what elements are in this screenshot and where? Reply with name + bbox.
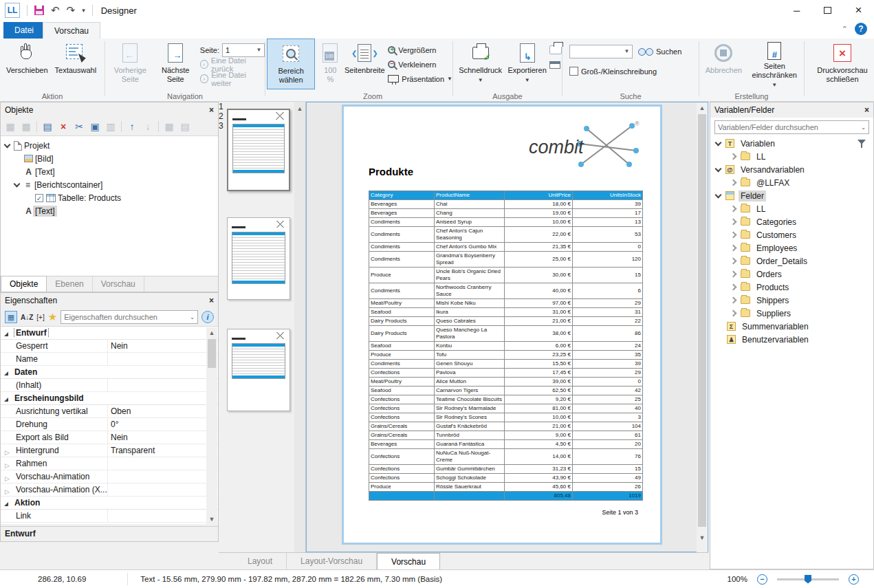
seiten-einschraenken-button[interactable]: # Seiten einschränken ▼	[745, 39, 804, 89]
var-tree-item-customers[interactable]: Customers	[710, 228, 873, 241]
close-icon[interactable]: ×	[209, 105, 214, 115]
chevron-down-icon[interactable]: ⌄	[858, 124, 868, 131]
chevron-right-icon[interactable]	[730, 153, 737, 160]
suchen-button[interactable]: Suchen	[638, 44, 681, 58]
property-row[interactable]: ▷Vorschau-Animation (X...	[1, 483, 218, 497]
chevron-down-icon[interactable]	[715, 165, 722, 172]
tab-vorschau[interactable]: Vorschau	[43, 22, 100, 39]
tree-item-bild[interactable]: [Bild]	[1, 152, 218, 165]
cut-icon[interactable]: ✂	[74, 121, 85, 132]
var-tree-item-benutzervariablen[interactable]: ♟Benutzervariablen	[710, 333, 873, 346]
insert-table-icon[interactable]: ▦	[5, 121, 16, 132]
property-row[interactable]: ▷Vorschau-Animation	[1, 470, 218, 483]
chevron-right-icon[interactable]	[730, 179, 737, 186]
abbrechen-button[interactable]: Abbrechen	[702, 39, 745, 89]
druckvorschau-schliessen-button[interactable]: × Druckvorschau schließen	[813, 39, 871, 89]
var-tree-item-categories[interactable]: Categories	[710, 215, 873, 228]
eigenschaften-search-combobox[interactable]: ⌄	[61, 310, 198, 324]
search-input[interactable]	[570, 47, 622, 56]
var-tree-item-shippers[interactable]: Shippers	[710, 294, 873, 307]
textauswahl-button[interactable]: Textauswahl	[52, 39, 100, 89]
var-tree-item-@llfax[interactable]: @LLFAX	[710, 176, 873, 189]
naechste-seite-button[interactable]: → Nächste Seite	[154, 39, 197, 89]
thumbnail-scrollbar[interactable]: ▲	[294, 102, 305, 552]
tree-item-text1[interactable]: A [Text]	[1, 165, 218, 178]
qat-dropdown-icon[interactable]: ▾	[82, 7, 85, 14]
tree-item-berichtscontainer[interactable]: ≡ [Berichtscontainer]	[1, 178, 218, 191]
case-sensitive-row[interactable]: Groß-/Kleinschreibung	[569, 64, 699, 78]
undo-icon[interactable]: ↶	[51, 4, 60, 17]
property-row[interactable]: Export als BildNein	[1, 431, 218, 444]
preview-scrollbar[interactable]: ▲ ▼	[697, 102, 708, 553]
tree-item-projekt[interactable]: Projekt	[1, 139, 218, 152]
view-tab-vorschau[interactable]: Vorschau	[377, 553, 440, 569]
panel-tab-vorschau[interactable]: Vorschau	[93, 276, 144, 292]
insert-report-icon[interactable]: ▦	[21, 121, 32, 132]
maximize-button[interactable]	[812, 0, 843, 21]
var-tree-item-employees[interactable]: Employees	[710, 241, 873, 254]
preview-canvas[interactable]: combit ® Produkte CategoryProductNameUni…	[306, 102, 708, 552]
vorherige-seite-button[interactable]: ← Vorherige Seite	[107, 39, 154, 89]
object-list-icon[interactable]: ▤	[42, 121, 53, 132]
seite-combobox[interactable]: 1▼	[222, 43, 265, 57]
chevron-down-icon[interactable]: ▼	[254, 47, 264, 53]
chevron-down-icon[interactable]	[4, 141, 11, 148]
page-thumbnail-1[interactable]	[227, 109, 290, 191]
var-tree-item-summenvariablen[interactable]: ΣSummenvariablen	[710, 320, 873, 333]
var-tree-item-ll[interactable]: LL	[710, 202, 873, 215]
tab-datei[interactable]: Datei	[3, 22, 45, 39]
chevron-down-icon[interactable]: ▼	[622, 48, 632, 54]
close-icon[interactable]: ×	[864, 105, 869, 115]
filter-icon[interactable]	[857, 140, 866, 148]
delete-icon[interactable]: ×	[58, 121, 69, 132]
view-tab-layout[interactable]: Layout	[234, 553, 287, 569]
variablen-search-combobox[interactable]: ⌄	[714, 120, 869, 134]
edit-list-icon[interactable]: ▤	[179, 121, 190, 132]
chevron-right-icon[interactable]	[730, 271, 737, 278]
page-thumbnail-2[interactable]	[227, 217, 290, 300]
tree-item-text2[interactable]: A [Text]	[1, 204, 218, 217]
collapse-ribbon-icon[interactable]: ⌃	[842, 25, 848, 34]
close-icon[interactable]: ×	[209, 296, 214, 305]
var-tree-item-orders[interactable]: Orders	[710, 268, 873, 281]
eigenschaften-scrollbar[interactable]: ▲ ▼	[206, 327, 217, 525]
var-tree-item-order_details[interactable]: Order_Details	[710, 254, 873, 268]
search-combobox[interactable]: ▼	[569, 45, 633, 58]
property-row[interactable]: GesperrtNein	[1, 340, 218, 353]
categorized-view-icon[interactable]: ▦	[5, 311, 17, 323]
panel-tab-ebenen[interactable]: Ebenen	[47, 276, 92, 292]
property-group-entwurf[interactable]: Entwurf	[1, 327, 218, 340]
property-group-erscheinungsbild[interactable]: Erscheinungsbild	[1, 392, 218, 405]
property-row[interactable]: (Inhalt)	[1, 379, 218, 392]
chevron-right-icon[interactable]	[730, 232, 737, 239]
sort-az-icon[interactable]: A↓Z	[21, 314, 33, 321]
case-checkbox[interactable]	[569, 67, 578, 76]
help-button[interactable]: ?	[855, 23, 867, 35]
chevron-right-icon[interactable]	[730, 258, 737, 265]
info-icon[interactable]: i	[201, 311, 214, 323]
chevron-right-icon[interactable]	[730, 245, 737, 252]
verschieben-button[interactable]: Verschieben	[3, 39, 52, 89]
assign-table-icon[interactable]: ▦	[164, 121, 175, 132]
expand-all-icon[interactable]: [+]	[36, 314, 44, 321]
property-row[interactable]: Link	[1, 510, 218, 523]
chevron-right-icon[interactable]	[730, 284, 737, 291]
preview-page[interactable]: combit ® Produkte CategoryProductNameUni…	[342, 105, 662, 545]
page-thumbnail-3[interactable]	[227, 329, 290, 411]
bereich-waehlen-button[interactable]: Bereich wählen	[267, 39, 315, 89]
zoom-100-button[interactable]: 100 100%	[315, 39, 345, 89]
chevron-down-icon[interactable]: ⌄	[187, 314, 197, 320]
variablen-search-input[interactable]	[715, 123, 858, 131]
eine-datei-zurueck-button[interactable]: ‹ Eine Datei zurück	[200, 57, 265, 72]
vergroessern-button[interactable]: + Vergrößern	[388, 43, 452, 57]
report-parameter-icon[interactable]	[549, 61, 560, 69]
chevron-down-icon[interactable]	[14, 180, 21, 187]
zoom-slider[interactable]	[777, 578, 839, 580]
chevron-right-icon[interactable]	[730, 297, 737, 304]
property-row[interactable]: Name	[1, 353, 218, 366]
move-down-icon[interactable]: ↓	[142, 121, 153, 132]
save-icon[interactable]	[34, 6, 44, 15]
move-up-icon[interactable]: ↑	[127, 121, 138, 132]
view-tab-layout-vorschau[interactable]: Layout-Vorschau	[287, 553, 377, 569]
exportieren-button[interactable]: ↳ Exportieren ▼	[505, 39, 549, 89]
